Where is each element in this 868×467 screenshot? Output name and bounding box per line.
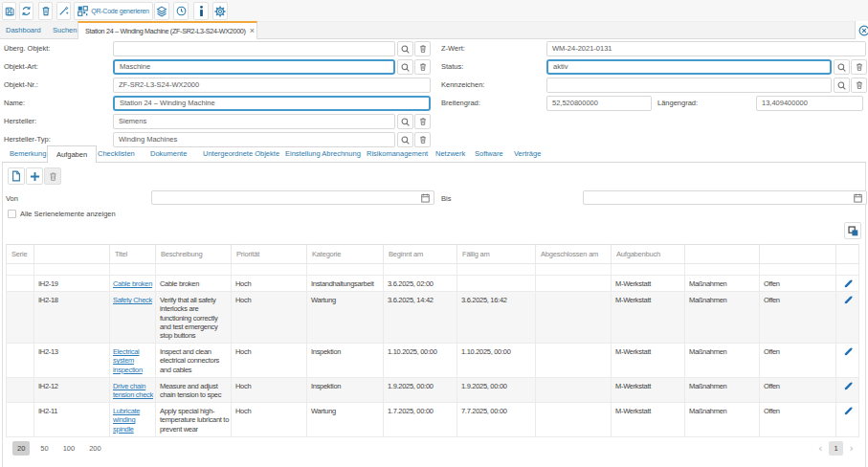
tab-active-station[interactable]: Station 24 – Winding Machine (ZF-SR2-L3-… (78, 21, 257, 39)
col-actions[interactable] (836, 245, 859, 264)
subtab-einstellung-abrechnung[interactable]: Einstellung Abrechnung (285, 145, 361, 163)
next-page-icon[interactable]: › (850, 442, 854, 456)
clear-button[interactable] (851, 59, 867, 75)
filter-cell[interactable] (836, 264, 859, 276)
name-input[interactable]: Station 24 – Winding Machine (113, 96, 431, 111)
col-beginnt-am[interactable]: Beginnt am (384, 245, 457, 264)
filter-cell[interactable] (760, 264, 836, 276)
delete-button[interactable] (38, 2, 53, 20)
tab-dashboard[interactable]: Dashboard (6, 22, 41, 38)
col-id[interactable] (34, 245, 110, 264)
subtab-netzwerk[interactable]: Netzwerk (435, 145, 465, 163)
filter-cell[interactable] (384, 264, 457, 276)
col-kategorie[interactable]: Kategorie (307, 245, 384, 264)
close-tab-icon[interactable]: × (250, 23, 255, 39)
breitengrad-input[interactable]: 52,520800000 (546, 96, 652, 111)
calendar-icon[interactable] (854, 193, 862, 203)
subtab-risikomanagement[interactable]: Risikomanagement (367, 145, 428, 163)
clear-button[interactable] (851, 78, 867, 93)
info-button[interactable] (193, 2, 209, 20)
edit-pencil-icon[interactable] (844, 407, 853, 415)
show-all-series-checkbox[interactable] (8, 210, 16, 218)
filter-cell[interactable] (536, 264, 612, 276)
lookup-button[interactable] (397, 41, 413, 56)
filter-cell[interactable] (457, 264, 536, 276)
lookup-button[interactable] (397, 59, 413, 75)
settings-button[interactable] (212, 2, 228, 20)
filter-cell[interactable] (110, 264, 156, 276)
subtab-bemerkung[interactable]: Bemerkung (10, 145, 46, 163)
subtab-untergeordnete-objekte[interactable]: Untergeordnete Objekte (203, 145, 279, 163)
column-chooser-button[interactable] (844, 222, 861, 239)
von-date-input[interactable] (151, 190, 434, 205)
col-serie[interactable]: Serie (7, 245, 34, 264)
col-prioritaet[interactable]: Priorität (232, 245, 307, 264)
task-link[interactable]: Lubricate winding spindle (113, 407, 140, 433)
lookup-button[interactable] (397, 114, 413, 129)
kennzeichen-label: Kennzeichen: (441, 78, 484, 93)
page-size-20[interactable]: 20 (12, 441, 30, 456)
delete-task-button[interactable] (44, 167, 61, 185)
save-button[interactable] (2, 2, 16, 20)
clock-button[interactable] (173, 2, 189, 20)
edit-pencil-icon[interactable] (844, 296, 853, 304)
filter-cell[interactable] (307, 264, 384, 276)
subtab-aufgaben[interactable]: Aufgaben (47, 145, 97, 164)
add-task-button[interactable] (26, 167, 43, 185)
filter-cell[interactable] (612, 264, 685, 276)
subtab-dokumente[interactable]: Dokumente (150, 145, 187, 163)
task-link[interactable]: Safety Check (113, 296, 152, 304)
kennzeichen-input[interactable] (546, 78, 832, 93)
status-input[interactable]: aktiv (546, 59, 832, 75)
filter-cell[interactable] (156, 264, 232, 276)
subtab-software[interactable]: Software (475, 145, 503, 163)
task-link[interactable]: Electrical system inspection (113, 347, 143, 373)
workflow-button[interactable] (154, 2, 169, 20)
col-massnahmen[interactable] (685, 245, 760, 264)
generate-qr-label: QR-Code generieren (91, 8, 148, 14)
bis-date-input[interactable] (583, 190, 867, 205)
current-page-number[interactable]: 1 (829, 441, 842, 456)
task-link[interactable]: Drive chain tension check (113, 382, 153, 399)
objekt-art-input[interactable]: Maschine (113, 59, 395, 75)
col-abgeschlossen-am[interactable]: Abgeschlossen am (536, 245, 612, 264)
new-task-button[interactable] (8, 167, 25, 185)
generate-qr-button[interactable]: QR-Code generieren (74, 2, 153, 20)
clear-button[interactable] (414, 114, 431, 129)
previous-page-icon[interactable]: ‹ (818, 442, 822, 456)
clear-button[interactable] (414, 41, 431, 56)
page-size-100[interactable]: 100 (59, 441, 79, 456)
uebergeordnetes-objekt-input[interactable] (113, 41, 395, 56)
z-wert-input[interactable]: WM-24-2021-0131 (546, 41, 866, 56)
col-titel[interactable]: Titel (110, 245, 156, 264)
col-aufgabenbuch[interactable]: Aufgabenbuch (612, 245, 685, 264)
clock-icon (176, 6, 187, 16)
subtab-vertr-ge[interactable]: Verträge (514, 145, 541, 163)
task-link[interactable]: Cable broken (113, 279, 152, 288)
page-size-200[interactable]: 200 (85, 441, 105, 456)
clear-button[interactable] (414, 59, 431, 75)
edit-pencil-icon[interactable] (844, 347, 853, 356)
edit-pencil-icon[interactable] (844, 279, 853, 288)
filter-cell[interactable] (34, 264, 110, 276)
edit-pencil-icon[interactable] (844, 382, 853, 390)
lookup-button[interactable] (834, 59, 850, 75)
page-size-50[interactable]: 50 (36, 441, 52, 456)
tab-suchen[interactable]: Suchen (53, 22, 77, 38)
calendar-icon[interactable] (421, 193, 430, 203)
col-faellig-am[interactable]: Fällig am (457, 245, 536, 264)
filter-cell[interactable] (232, 264, 307, 276)
laengengrad-input[interactable]: 13,409400000 (756, 96, 863, 111)
lookup-button[interactable] (834, 78, 850, 93)
subtab-checklisten[interactable]: Checklisten (98, 145, 135, 163)
wand-button[interactable] (56, 2, 71, 20)
refresh-button[interactable] (19, 2, 33, 20)
close-all-tabs-button[interactable] (855, 21, 868, 39)
col-status[interactable] (760, 245, 836, 264)
search-icon (837, 63, 846, 72)
hersteller-input[interactable]: Siemens (113, 114, 395, 129)
filter-cell[interactable] (685, 264, 760, 276)
objekt-nr-input[interactable]: ZF-SR2-L3-S24-WX2000 (113, 78, 431, 93)
col-beschreibung[interactable]: Beschreibung (156, 245, 232, 264)
filter-cell[interactable] (7, 264, 34, 276)
